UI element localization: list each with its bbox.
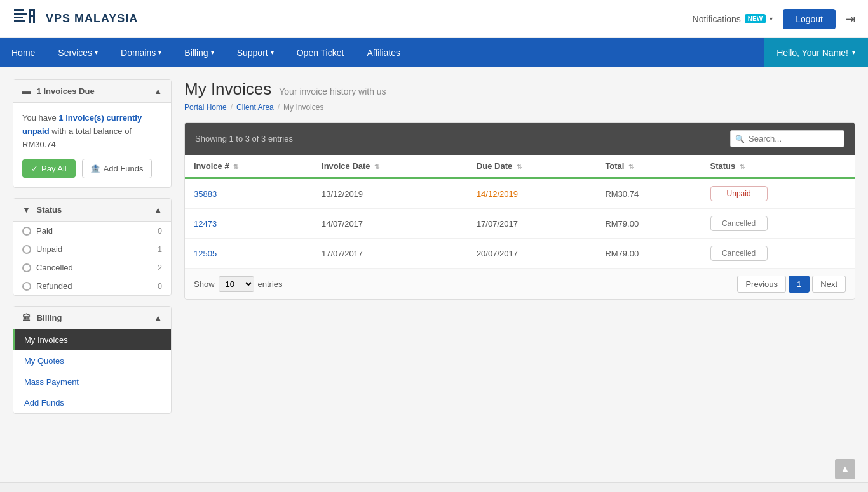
page-title-row: My Invoices Your invoice history with us [184,79,855,99]
cell-due-12505: 20/07/2017 [468,239,596,269]
cell-invoice-12505[interactable]: 12505 [185,239,313,269]
cell-status-12473: Cancelled [702,209,855,239]
domains-chevron-icon: ▾ [158,49,161,56]
table-header: Showing 1 to 3 of 3 entries 🔍 [185,123,855,155]
billing-nav-mass-payment[interactable]: Mass Payment [13,371,171,392]
billing-nav-add-funds[interactable]: Add Funds [13,392,171,413]
show-entries: Show 10 25 50 100 entries [194,276,283,292]
logo-area: VPS MALAYSIA [13,4,138,34]
scroll-top-button[interactable]: ▲ [835,459,855,479]
table-header-row: Invoice # ⇅ Invoice Date ⇅ Due Date ⇅ [185,155,855,178]
notifications-badge: NEW [745,14,766,23]
nav-item-services[interactable]: Services ▾ [46,38,109,67]
breadcrumb-client-area[interactable]: Client Area [236,103,274,112]
nav-item-billing[interactable]: Billing ▾ [173,38,225,67]
table-body: 35883 13/12/2019 14/12/2019 RM30.74 Unpa… [185,178,855,269]
invoices-table: Invoice # ⇅ Invoice Date ⇅ Due Date ⇅ [185,155,855,269]
status-collapse-icon[interactable]: ▲ [154,205,162,215]
cell-invoice-12473[interactable]: 12473 [185,209,313,239]
billing-nav-card: 🏛 Billing ▲ My Invoices My Quotes Mass P… [13,306,172,414]
table-row: 35883 13/12/2019 14/12/2019 RM30.74 Unpa… [185,178,855,209]
page-1-button[interactable]: 1 [789,276,810,293]
status-radio-paid [22,227,31,236]
show-label: Show [194,279,215,289]
page-title: My Invoices [184,79,271,99]
status-item-refunded[interactable]: Refunded 0 [13,277,171,295]
cell-status-12505: Cancelled [702,239,855,269]
collapse-icon[interactable]: ▲ [154,86,162,96]
breadcrumb-portal-home[interactable]: Portal Home [184,103,227,112]
search-icon: 🔍 [735,135,745,143]
nav-item-domains[interactable]: Domains ▾ [109,38,173,67]
col-due-date[interactable]: Due Date ⇅ [468,155,596,178]
logo-icon [13,4,39,34]
invoices-due-text: You have 1 invoice(s) currently unpaid w… [22,112,162,151]
svg-rect-0 [14,9,24,11]
cell-date-35883: 13/12/2019 [313,178,468,209]
sort-icon-due-date: ⇅ [517,163,522,170]
svg-rect-6 [29,9,35,11]
nav-item-affiliates[interactable]: Affiliates [355,38,412,67]
cell-invoice-35883[interactable]: 35883 [185,178,313,209]
add-funds-button[interactable]: 🏦 Add Funds [82,159,152,178]
billing-nav-my-invoices[interactable]: My Invoices [13,329,171,350]
col-invoice-date[interactable]: Invoice Date ⇅ [313,155,468,178]
col-total[interactable]: Total ⇅ [596,155,701,178]
bank-icon: 🏦 [90,164,100,173]
cell-due-12473: 17/07/2017 [468,209,596,239]
previous-button[interactable]: Previous [737,276,786,293]
status-item-paid[interactable]: Paid 0 [13,222,171,240]
logout-button[interactable]: Logout [783,9,836,29]
svg-rect-2 [14,17,23,18]
status-item-unpaid[interactable]: Unpaid 1 [13,240,171,258]
svg-rect-1 [14,13,27,15]
header-right: Notifications NEW ▾ Logout ⇥ [693,9,855,29]
status-item-cancelled[interactable]: Cancelled 2 [13,258,171,277]
sort-icon-total: ⇅ [628,163,634,170]
sort-icon-invoice-num: ⇅ [233,163,238,170]
notifications-label: Notifications [693,14,741,24]
pagination: Previous 1 Next [737,276,846,293]
logo-text: VPS MALAYSIA [46,12,138,25]
table-footer: Show 10 25 50 100 entries Previous 1 Nex… [185,269,855,299]
cell-date-12505: 17/07/2017 [313,239,468,269]
nav-item-open-ticket[interactable]: Open Ticket [285,38,356,67]
credit-card-icon: ▬ [22,86,31,96]
nav-item-support[interactable]: Support ▾ [226,38,285,67]
billing-collapse-icon[interactable]: ▲ [154,313,162,322]
page-title-area: My Invoices Your invoice history with us… [184,79,855,112]
invoices-due-card: ▬ 1 Invoices Due ▲ You have 1 invoice(s)… [13,79,172,188]
search-input[interactable] [730,130,844,147]
entries-select[interactable]: 10 25 50 100 [219,276,254,292]
user-menu[interactable]: Hello, Your Name! ▾ [764,38,868,67]
cell-total-12473: RM79.00 [596,209,701,239]
next-button[interactable]: Next [812,276,846,293]
billing-nav-my-quotes[interactable]: My Quotes [13,350,171,371]
status-list: Paid 0 Unpaid 1 Cancelled 2 Refunded 0 [13,222,171,295]
pay-all-button[interactable]: ✓ Pay All [22,159,76,178]
svg-rect-3 [14,20,25,22]
status-radio-unpaid [22,245,31,254]
checkmark-icon: ✓ [31,164,38,173]
invoices-due-body: You have 1 invoice(s) currently unpaid w… [13,103,171,187]
nav-item-home[interactable]: Home [0,38,46,67]
cell-due-35883: 14/12/2019 [468,178,596,209]
cell-date-12473: 14/07/2017 [313,209,468,239]
notifications-button[interactable]: Notifications NEW ▾ [693,14,773,24]
notifications-chevron-icon: ▾ [770,15,773,22]
breadcrumb-my-invoices: My Invoices [283,103,323,112]
invoices-table-card: Showing 1 to 3 of 3 entries 🔍 Invoice # … [184,122,855,300]
status-filter-card: ▼ Status ▲ Paid 0 Unpaid 1 Canc [13,198,172,296]
table-row: 12505 17/07/2017 20/07/2017 RM79.00 Canc… [185,239,855,269]
header: VPS MALAYSIA Notifications NEW ▾ Logout … [0,0,868,38]
billing-title: Billing [37,313,62,322]
col-invoice-num[interactable]: Invoice # ⇅ [185,155,313,178]
status-radio-cancelled [22,263,31,272]
exit-icon[interactable]: ⇥ [846,12,855,26]
breadcrumb-sep-2: / [278,103,280,112]
main-nav: Home Services ▾ Domains ▾ Billing ▾ Supp… [0,38,868,67]
filter-icon: ▼ [22,205,31,215]
footer: Copyright © 2019 VPSMalaysia.com.my. All… [0,482,868,492]
col-status[interactable]: Status ⇅ [702,155,855,178]
invoice-count: 1 invoice(s) currently unpaid [22,113,142,136]
